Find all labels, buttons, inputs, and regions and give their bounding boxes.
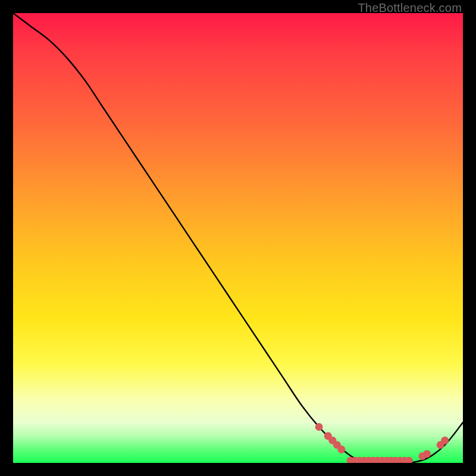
- marker-dot: [423, 450, 431, 458]
- chart-frame: TheBottleneck.com: [0, 0, 476, 476]
- highlight-markers: [315, 423, 449, 463]
- marker-dot: [315, 423, 323, 431]
- bottleneck-curve: [13, 13, 463, 463]
- curve-layer: [13, 13, 463, 463]
- plot-area: [13, 13, 463, 463]
- marker-dot: [337, 446, 345, 453]
- marker-dot: [441, 437, 449, 444]
